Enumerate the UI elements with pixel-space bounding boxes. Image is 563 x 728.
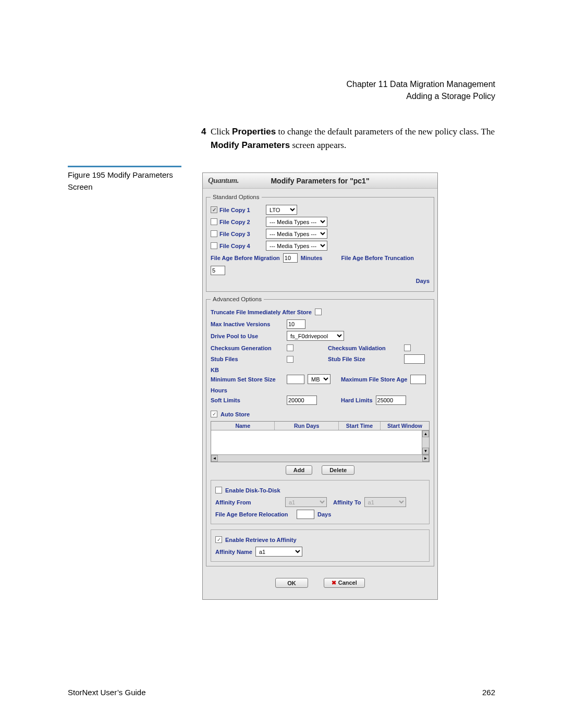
file-copy-4-label: File Copy 4 (211, 242, 263, 249)
stub-files-label: Stub Files (211, 356, 284, 362)
section-title: Adding a Storage Policy (68, 90, 495, 102)
horizontal-scrollbar[interactable]: ◄ ► (211, 454, 429, 462)
checksum-val-label: Checksum Validation (328, 345, 401, 351)
file-copy-1-label: File Copy 1 (211, 206, 263, 213)
right-column: 4 Click Properties to change the default… (201, 125, 495, 600)
truncate-after-store-label: Truncate File Immediately After Store (211, 309, 312, 315)
figure-caption: Figure 195 Modify Parameters Screen (68, 166, 181, 193)
dialog-body: Standard Options File Copy 1 LTO (203, 189, 437, 599)
scroll-right-icon[interactable]: ► (422, 455, 429, 462)
stub-size-input[interactable] (404, 354, 425, 364)
col-name: Name (211, 422, 275, 430)
file-copy-1-select[interactable]: LTO (266, 205, 297, 215)
body-row: Figure 195 Modify Parameters Screen 4 Cl… (68, 125, 495, 600)
file-copy-4-select[interactable]: --- Media Types --- (266, 241, 327, 251)
auto-store-label: Auto Store (221, 411, 250, 417)
days-label-2: Days (317, 511, 331, 517)
affinity-to-label: Affinity To (333, 499, 361, 505)
checksum-gen-label: Checksum Generation (211, 345, 284, 351)
hard-limits-input[interactable] (376, 396, 406, 405)
stub-files-checkbox[interactable] (287, 356, 293, 363)
soft-limits-label: Soft Limits (211, 397, 284, 403)
affinity-name-label: Affinity Name (215, 549, 252, 555)
file-copy-1-checkbox (211, 206, 217, 213)
step-number: 4 (201, 127, 206, 137)
max-inactive-label: Max Inactive Versions (211, 321, 284, 327)
checksum-val-checkbox[interactable] (404, 344, 411, 351)
hours-label: Hours (211, 387, 227, 393)
age-migration-input[interactable] (283, 253, 298, 263)
dialog-footer: OK ✖Cancel (206, 571, 434, 593)
file-copy-2-select[interactable]: --- Media Types --- (266, 217, 327, 227)
retrieve-affinity-group: Enable Retrieve to Affinity Affinity Nam… (211, 529, 430, 562)
col-start-window: Start Window (381, 422, 429, 430)
drive-pool-label: Drive Pool to Use (211, 333, 284, 339)
scroll-left-icon[interactable]: ◄ (211, 455, 218, 462)
col-run-days: Run Days (275, 422, 338, 430)
modify-parameters-dialog: Quantum. Modify Parameters for "pc1" Sta… (202, 172, 438, 600)
max-file-age-label: Maximum File Store Age (341, 376, 407, 382)
page: Chapter 11 Data Migration Management Add… (0, 0, 563, 728)
footer-page-number: 262 (482, 688, 495, 697)
stub-size-label: Stub File Size (328, 356, 401, 362)
drive-pool-select[interactable]: fs_F0drivepool (287, 331, 344, 341)
affinity-to-select: a1 (364, 497, 406, 507)
advanced-options-group: Advanced Options Truncate File Immediate… (206, 296, 434, 566)
disk-to-disk-checkbox[interactable] (215, 487, 222, 493)
disk-to-disk-group: Enable Disk-To-Disk Affinity From a1 Aff… (211, 480, 430, 524)
truncate-after-store-checkbox[interactable] (315, 309, 322, 315)
scroll-down-icon[interactable]: ▼ (422, 448, 429, 454)
min-set-unit-select[interactable]: MB (308, 374, 331, 384)
affinity-from-label: Affinity From (215, 499, 282, 505)
affinity-from-select: a1 (285, 497, 327, 507)
hard-limits-label: Hard Limits (341, 397, 373, 403)
add-button[interactable]: Add (286, 465, 312, 475)
soft-limits-input[interactable] (287, 396, 317, 405)
file-copy-2-checkbox[interactable] (211, 218, 217, 225)
cancel-x-icon: ✖ (332, 579, 336, 586)
file-copy-3-select[interactable]: --- Media Types --- (266, 229, 327, 239)
age-migration-label: File Age Before Migration (211, 255, 280, 261)
chapter-header: Chapter 11 Data Migration Management Add… (68, 78, 495, 102)
disk-to-disk-label: Enable Disk-To-Disk (225, 487, 280, 493)
auto-store-checkbox[interactable] (211, 411, 217, 417)
left-column: Figure 195 Modify Parameters Screen (68, 125, 181, 193)
retrieve-affinity-label: Enable Retrieve to Affinity (225, 537, 297, 543)
max-file-age-input[interactable] (410, 375, 426, 384)
retrieve-affinity-checkbox[interactable] (215, 536, 222, 543)
file-copy-3-label: File Copy 3 (211, 230, 263, 237)
vertical-scrollbar[interactable]: ▲ ▼ (422, 430, 429, 454)
schedule-header: Name Run Days Start Time Start Window (211, 422, 429, 430)
step-text: 4 Click Properties to change the default… (201, 125, 495, 152)
age-truncation-label: File Age Before Truncation (341, 255, 414, 261)
days-label-1: Days (416, 278, 430, 284)
scroll-up-icon[interactable]: ▲ (422, 430, 429, 437)
file-copy-2-label: File Copy 2 (211, 218, 263, 225)
page-footer: StorNext User’s Guide 262 (68, 688, 495, 697)
quantum-logo: Quantum. (203, 176, 239, 185)
affinity-name-select[interactable]: a1 (255, 547, 302, 557)
file-copy-4-checkbox[interactable] (211, 242, 217, 249)
delete-button[interactable]: Delete (322, 465, 354, 475)
age-relocation-input[interactable] (297, 510, 314, 519)
standard-options-group: Standard Options File Copy 1 LTO (206, 194, 434, 292)
file-copy-3-checkbox[interactable] (211, 230, 217, 237)
cancel-button[interactable]: ✖Cancel (324, 578, 365, 588)
minutes-label: Minutes (301, 255, 323, 261)
ok-button[interactable]: OK (275, 578, 308, 588)
schedule-table: Name Run Days Start Time Start Window ▲ … (211, 421, 430, 462)
standard-options-legend: Standard Options (211, 194, 262, 200)
dialog-titlebar: Quantum. Modify Parameters for "pc1" (203, 173, 437, 189)
age-relocation-label: File Age Before Relocation (215, 511, 293, 517)
chapter-title: Chapter 11 Data Migration Management (68, 78, 495, 90)
max-inactive-input[interactable] (287, 319, 305, 329)
col-start-time: Start Time (339, 422, 381, 430)
age-truncation-input[interactable] (211, 266, 225, 275)
schedule-body: ▲ ▼ (211, 430, 429, 454)
min-set-label: Minimum Set Store Size (211, 376, 284, 382)
kb-label: KB (211, 367, 219, 373)
advanced-options-legend: Advanced Options (211, 296, 264, 302)
checksum-gen-checkbox[interactable] (287, 344, 293, 351)
min-set-input[interactable] (287, 375, 304, 384)
footer-left: StorNext User’s Guide (68, 688, 146, 697)
